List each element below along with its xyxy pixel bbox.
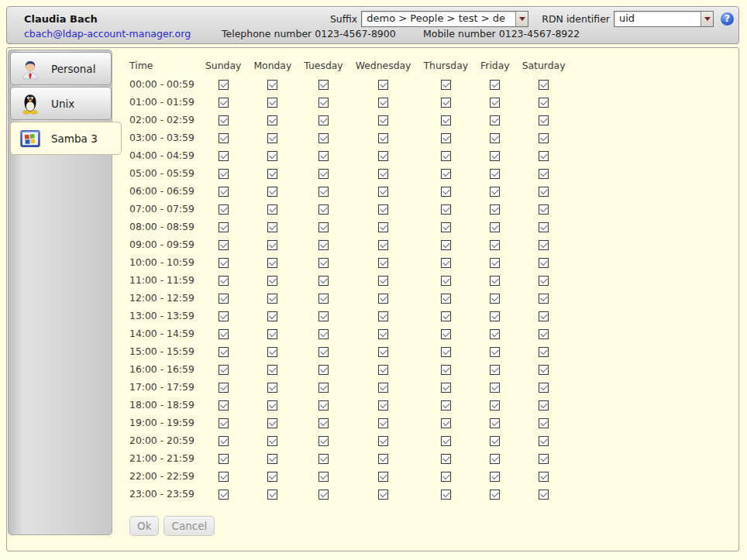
- hour-checkbox-12:00-wednesday[interactable]: [378, 294, 388, 304]
- hour-checkbox-18:00-saturday[interactable]: [539, 400, 549, 411]
- hour-checkbox-19:00-saturday[interactable]: [539, 418, 549, 428]
- hour-checkbox-22:00-saturday[interactable]: [539, 472, 549, 482]
- hour-checkbox-01:00-saturday[interactable]: [539, 98, 549, 108]
- hour-checkbox-00:00-thursday[interactable]: [441, 80, 451, 90]
- hour-checkbox-09:00-tuesday[interactable]: [318, 240, 329, 250]
- hour-checkbox-10:00-friday[interactable]: [490, 258, 500, 268]
- hour-checkbox-03:00-wednesday[interactable]: [378, 133, 388, 143]
- hour-checkbox-05:00-friday[interactable]: [490, 169, 500, 179]
- hour-checkbox-15:00-sunday[interactable]: [219, 347, 229, 357]
- hour-checkbox-13:00-sunday[interactable]: [219, 311, 229, 321]
- hour-checkbox-23:00-thursday[interactable]: [441, 490, 451, 500]
- hour-checkbox-04:00-saturday[interactable]: [539, 151, 549, 161]
- hour-checkbox-21:00-wednesday[interactable]: [378, 454, 388, 464]
- hour-checkbox-23:00-wednesday[interactable]: [378, 490, 388, 500]
- hour-checkbox-16:00-sunday[interactable]: [219, 365, 229, 375]
- hour-checkbox-15:00-wednesday[interactable]: [378, 347, 388, 357]
- hour-checkbox-07:00-tuesday[interactable]: [318, 204, 329, 215]
- hour-checkbox-22:00-thursday[interactable]: [441, 472, 451, 482]
- hour-checkbox-13:00-thursday[interactable]: [441, 311, 451, 321]
- hour-checkbox-09:00-monday[interactable]: [267, 240, 277, 250]
- suffix-select[interactable]: demo > People > test > de: [361, 11, 528, 27]
- hour-checkbox-13:00-tuesday[interactable]: [318, 311, 329, 321]
- hour-checkbox-08:00-sunday[interactable]: [219, 222, 229, 232]
- hour-checkbox-09:00-wednesday[interactable]: [378, 240, 388, 250]
- hour-checkbox-03:00-monday[interactable]: [267, 133, 277, 143]
- hour-checkbox-16:00-friday[interactable]: [490, 365, 500, 375]
- hour-checkbox-21:00-thursday[interactable]: [441, 454, 451, 464]
- hour-checkbox-14:00-monday[interactable]: [267, 329, 277, 339]
- hour-checkbox-20:00-tuesday[interactable]: [318, 436, 329, 446]
- hour-checkbox-20:00-thursday[interactable]: [441, 436, 451, 446]
- hour-checkbox-00:00-monday[interactable]: [267, 80, 277, 90]
- hour-checkbox-00:00-wednesday[interactable]: [378, 80, 388, 90]
- hour-checkbox-20:00-friday[interactable]: [490, 436, 500, 446]
- hour-checkbox-04:00-wednesday[interactable]: [378, 151, 388, 161]
- hour-checkbox-14:00-sunday[interactable]: [219, 329, 229, 339]
- hour-checkbox-11:00-wednesday[interactable]: [378, 276, 388, 286]
- hour-checkbox-23:00-monday[interactable]: [267, 490, 277, 500]
- hour-checkbox-12:00-thursday[interactable]: [441, 294, 451, 304]
- hour-checkbox-00:00-sunday[interactable]: [219, 80, 229, 90]
- hour-checkbox-22:00-monday[interactable]: [267, 472, 277, 482]
- hour-checkbox-02:00-sunday[interactable]: [219, 115, 229, 125]
- hour-checkbox-11:00-sunday[interactable]: [219, 276, 229, 286]
- hour-checkbox-20:00-sunday[interactable]: [219, 436, 229, 446]
- hour-checkbox-04:00-friday[interactable]: [490, 151, 500, 161]
- hour-checkbox-11:00-monday[interactable]: [267, 276, 277, 286]
- hour-checkbox-22:00-tuesday[interactable]: [318, 472, 329, 482]
- hour-checkbox-16:00-tuesday[interactable]: [318, 365, 329, 375]
- hour-checkbox-01:00-friday[interactable]: [490, 98, 500, 108]
- hour-checkbox-15:00-monday[interactable]: [267, 347, 277, 357]
- hour-checkbox-01:00-thursday[interactable]: [441, 98, 451, 108]
- hour-checkbox-10:00-wednesday[interactable]: [378, 258, 388, 268]
- hour-checkbox-04:00-monday[interactable]: [267, 151, 277, 161]
- hour-checkbox-04:00-sunday[interactable]: [219, 151, 229, 161]
- hour-checkbox-08:00-wednesday[interactable]: [378, 222, 388, 232]
- hour-checkbox-02:00-monday[interactable]: [267, 115, 277, 125]
- help-icon[interactable]: ?: [721, 12, 734, 26]
- hour-checkbox-08:00-thursday[interactable]: [441, 222, 451, 232]
- hour-checkbox-20:00-monday[interactable]: [267, 436, 277, 446]
- hour-checkbox-19:00-monday[interactable]: [267, 418, 277, 428]
- hour-checkbox-23:00-saturday[interactable]: [539, 490, 549, 500]
- hour-checkbox-19:00-tuesday[interactable]: [318, 418, 329, 428]
- hour-checkbox-08:00-monday[interactable]: [267, 222, 277, 232]
- hour-checkbox-15:00-thursday[interactable]: [441, 347, 451, 357]
- hour-checkbox-06:00-monday[interactable]: [267, 187, 277, 197]
- hour-checkbox-12:00-tuesday[interactable]: [318, 294, 329, 304]
- hour-checkbox-17:00-sunday[interactable]: [219, 383, 229, 393]
- hour-checkbox-05:00-tuesday[interactable]: [318, 169, 329, 179]
- hour-checkbox-20:00-saturday[interactable]: [539, 436, 549, 446]
- hour-checkbox-02:00-friday[interactable]: [490, 115, 500, 125]
- hour-checkbox-09:00-thursday[interactable]: [441, 240, 451, 250]
- hour-checkbox-09:00-saturday[interactable]: [539, 240, 549, 250]
- hour-checkbox-08:00-saturday[interactable]: [539, 222, 549, 232]
- hour-checkbox-18:00-monday[interactable]: [267, 400, 277, 411]
- hour-checkbox-12:00-friday[interactable]: [490, 294, 500, 304]
- tab-samba3[interactable]: Samba 3: [10, 122, 122, 155]
- hour-checkbox-19:00-friday[interactable]: [490, 418, 500, 428]
- hour-checkbox-16:00-monday[interactable]: [267, 365, 277, 375]
- hour-checkbox-13:00-saturday[interactable]: [539, 311, 549, 321]
- hour-checkbox-06:00-wednesday[interactable]: [378, 187, 388, 197]
- hour-checkbox-05:00-wednesday[interactable]: [378, 169, 388, 179]
- hour-checkbox-18:00-tuesday[interactable]: [318, 400, 329, 411]
- hour-checkbox-21:00-tuesday[interactable]: [318, 454, 329, 464]
- tab-personal[interactable]: Personal: [10, 52, 112, 85]
- hour-checkbox-10:00-thursday[interactable]: [441, 258, 451, 268]
- hour-checkbox-15:00-saturday[interactable]: [539, 347, 549, 357]
- hour-checkbox-05:00-monday[interactable]: [267, 169, 277, 179]
- hour-checkbox-12:00-sunday[interactable]: [219, 294, 229, 304]
- hour-checkbox-18:00-thursday[interactable]: [441, 400, 451, 411]
- hour-checkbox-13:00-wednesday[interactable]: [378, 311, 388, 321]
- hour-checkbox-10:00-monday[interactable]: [267, 258, 277, 268]
- hour-checkbox-11:00-friday[interactable]: [490, 276, 500, 286]
- hour-checkbox-00:00-tuesday[interactable]: [318, 80, 329, 90]
- hour-checkbox-01:00-wednesday[interactable]: [378, 98, 388, 108]
- hour-checkbox-16:00-saturday[interactable]: [539, 365, 549, 375]
- hour-checkbox-21:00-friday[interactable]: [490, 454, 500, 464]
- hour-checkbox-19:00-sunday[interactable]: [219, 418, 229, 428]
- hour-checkbox-20:00-wednesday[interactable]: [378, 436, 388, 446]
- hour-checkbox-03:00-saturday[interactable]: [539, 133, 549, 143]
